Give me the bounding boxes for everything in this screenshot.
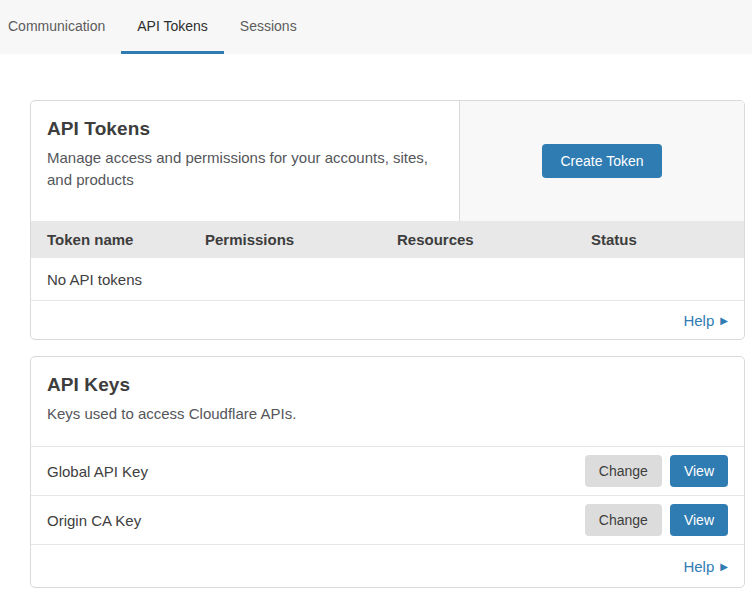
api-tokens-help-link[interactable]: Help ▶ <box>683 312 728 329</box>
create-token-button[interactable]: Create Token <box>542 144 661 178</box>
api-tokens-card-footer: Help ▶ <box>31 301 744 339</box>
origin-ca-key-view-button[interactable]: View <box>670 504 728 536</box>
api-keys-title: API Keys <box>47 374 728 396</box>
api-tokens-card-action-area: Create Token <box>459 101 744 221</box>
help-link-label: Help <box>683 558 714 575</box>
help-link-label: Help <box>683 312 714 329</box>
origin-ca-key-row: Origin CA Key Change View <box>31 496 744 545</box>
api-keys-card: API Keys Keys used to access Cloudflare … <box>30 356 745 588</box>
global-api-key-label: Global API Key <box>47 463 577 480</box>
tab-sessions[interactable]: Sessions <box>224 0 313 54</box>
global-api-key-view-button[interactable]: View <box>670 455 728 487</box>
api-tokens-card-header-text: API Tokens Manage access and permissions… <box>31 101 459 221</box>
help-arrow-icon: ▶ <box>720 314 728 326</box>
api-tokens-card: API Tokens Manage access and permissions… <box>30 100 745 340</box>
api-keys-card-header: API Keys Keys used to access Cloudflare … <box>31 357 744 447</box>
global-api-key-change-button[interactable]: Change <box>585 455 662 487</box>
tab-api-tokens[interactable]: API Tokens <box>121 0 224 54</box>
origin-ca-key-change-button[interactable]: Change <box>585 504 662 536</box>
column-header-status: Status <box>591 231 744 248</box>
tab-bar: Communication API Tokens Sessions <box>0 0 752 54</box>
column-header-token-name: Token name <box>47 231 205 248</box>
column-header-resources: Resources <box>397 231 591 248</box>
tab-communication[interactable]: Communication <box>8 0 121 54</box>
api-tokens-card-header: API Tokens Manage access and permissions… <box>31 101 744 221</box>
no-tokens-message: No API tokens <box>47 271 142 288</box>
api-keys-card-footer: Help ▶ <box>31 545 744 587</box>
api-tokens-title: API Tokens <box>47 118 443 140</box>
column-header-permissions: Permissions <box>205 231 397 248</box>
origin-ca-key-label: Origin CA Key <box>47 512 577 529</box>
api-keys-description: Keys used to access Cloudflare APIs. <box>47 403 728 425</box>
api-tokens-description: Manage access and permissions for your a… <box>47 147 443 191</box>
tokens-table-header: Token name Permissions Resources Status <box>31 221 744 258</box>
api-keys-help-link[interactable]: Help ▶ <box>683 558 728 575</box>
page-content: API Tokens Manage access and permissions… <box>0 54 752 588</box>
global-api-key-row: Global API Key Change View <box>31 447 744 496</box>
tokens-empty-row: No API tokens <box>31 258 744 301</box>
help-arrow-icon: ▶ <box>720 560 728 572</box>
